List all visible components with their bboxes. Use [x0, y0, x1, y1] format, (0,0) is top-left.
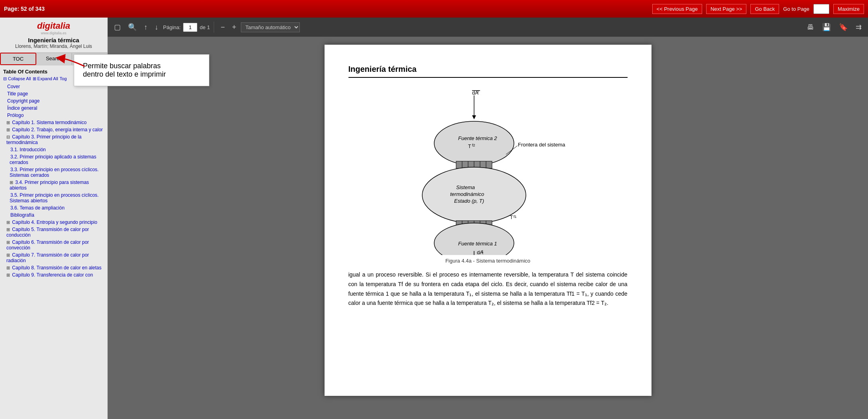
- toc-expand-icon: ⊟: [6, 134, 10, 139]
- toc-item[interactable]: Title page: [3, 90, 104, 97]
- toc-item[interactable]: 3.1. Introducción: [3, 146, 104, 153]
- download-icon-btn[interactable]: 💾: [820, 21, 833, 33]
- toc-link[interactable]: Title page: [7, 91, 28, 97]
- toc-item[interactable]: Bibliografía: [3, 211, 104, 219]
- svg-text:termodinámico: termodinámico: [450, 191, 484, 197]
- toc-item[interactable]: 3.3. Primer principio en procesos cíclic…: [3, 166, 104, 179]
- toc-section: Table Of Contents ⊟ Collapse All ⊞ Expan…: [0, 65, 107, 280]
- zoom-out-btn[interactable]: −: [218, 22, 227, 33]
- expand-all-btn[interactable]: ⊞ Expand All: [33, 76, 58, 81]
- scroll-up-btn[interactable]: ↑: [142, 22, 150, 33]
- toc-item[interactable]: ⊞ Capítulo 9. Transferencia de calor con: [3, 271, 104, 279]
- toc-link[interactable]: Índice general: [7, 105, 37, 111]
- svg-marker-4: [472, 115, 476, 119]
- tooltip-text: Permite buscar palabrasdentro del texto …: [83, 62, 166, 78]
- goto-label: Go to Page: [783, 6, 809, 12]
- next-page-button[interactable]: Next Page >>: [706, 4, 747, 14]
- toolbar-right-icons: 🖶 💾 🔖 ⇉: [805, 21, 864, 33]
- toc-link[interactable]: 3.6. Temas de ampliación: [10, 205, 65, 211]
- svg-text:1: 1: [482, 249, 484, 253]
- svg-text:Estado (p, T): Estado (p, T): [454, 198, 484, 204]
- toc-item[interactable]: ⊞ Capítulo 4. Entropía y segundo princip…: [3, 219, 104, 226]
- svg-text:T: T: [510, 215, 513, 220]
- content-area: Ingeniería térmica dA 2: [108, 37, 868, 419]
- toc-link[interactable]: Capítulo 3. Primer principio de la termo…: [6, 134, 81, 145]
- collapse-all-btn[interactable]: ⊟ Collapse All: [3, 76, 31, 81]
- toolbar: ▢ 🔍 ↑ ↓ Página: de 1 − + Tamaño automáti…: [108, 18, 868, 37]
- toc-item[interactable]: 3.2. Primer principio aplicado a sistema…: [3, 153, 104, 166]
- toc-link[interactable]: Capítulo 9. Transferencia de calor con: [12, 272, 93, 278]
- zoom-select[interactable]: Tamaño automático 50% 75% 100% 125% 150%: [241, 22, 300, 32]
- search-btn[interactable]: 🔍: [126, 21, 139, 33]
- goto-page-input[interactable]: [813, 4, 829, 14]
- maximize-button[interactable]: Maximize: [833, 4, 864, 14]
- svg-text:Sistema: Sistema: [456, 184, 475, 190]
- content-text: igual a un proceso reversible. Si el pro…: [348, 270, 628, 308]
- toc-item[interactable]: ⊞ 3.4. Primer principio para sistemas ab…: [3, 179, 104, 192]
- toc-expand-icon: ⊞: [6, 220, 10, 225]
- top-bar: Page: 52 of 343 << Previous Page Next Pa…: [0, 0, 868, 18]
- toc-link[interactable]: Capítulo 6. Transmisión de calor por con…: [6, 239, 89, 251]
- scroll-down-btn[interactable]: ↓: [152, 22, 161, 33]
- toc-link[interactable]: Prólogo: [7, 113, 24, 118]
- toc-expand-icon: ⊞: [6, 120, 10, 125]
- toc-item[interactable]: ⊞ Capítulo 2. Trabajo, energía interna y…: [3, 126, 104, 133]
- page-content: Ingeniería térmica dA 2: [325, 45, 651, 396]
- sidebar-header: digitalia www.digitalia.es Ingeniería té…: [0, 18, 107, 53]
- toc-item[interactable]: ⊞ Capítulo 8. Transmisión de calor en al…: [3, 264, 104, 271]
- toolbar-separator: [214, 22, 214, 33]
- toc-item[interactable]: ⊞ Capítulo 5. Transmisión de calor por c…: [3, 226, 104, 239]
- toc-expand-icon: ⊞: [10, 180, 13, 185]
- toc-link[interactable]: Bibliografía: [10, 212, 34, 218]
- book-title: Ingeniería térmica: [28, 37, 79, 43]
- toc-item[interactable]: Copyright page: [3, 97, 104, 105]
- toc-item[interactable]: ⊞ Capítulo 1. Sistema termodinámico: [3, 119, 104, 126]
- svg-text:f2: f2: [472, 143, 475, 147]
- svg-point-29: [434, 223, 514, 255]
- svg-text:T: T: [468, 144, 471, 149]
- toc-item[interactable]: Prólogo: [3, 112, 104, 119]
- toc-item[interactable]: ⊟ Capítulo 3. Primer principio de la ter…: [3, 133, 104, 146]
- toc-link[interactable]: Capítulo 5. Transmisión de calor por con…: [6, 227, 89, 238]
- svg-text:f1: f1: [514, 215, 517, 219]
- toc-link[interactable]: 3.4. Primer principio para sistemas abie…: [10, 180, 89, 191]
- bookmark-icon-btn[interactable]: 🔖: [837, 21, 850, 33]
- tab-toc[interactable]: TOC: [0, 53, 36, 65]
- toc-link[interactable]: Capítulo 8. Transmisión de calor en alet…: [12, 265, 101, 271]
- toc-link[interactable]: 3.2. Primer principio aplicado a sistema…: [10, 154, 96, 165]
- zoom-in-btn[interactable]: +: [230, 22, 239, 33]
- content-book-title: Ingeniería térmica: [348, 65, 628, 78]
- print-icon-btn[interactable]: 🖶: [805, 21, 817, 33]
- logo-text: digitalia: [37, 21, 70, 31]
- thumbnail-toggle-btn[interactable]: ▢: [112, 21, 123, 33]
- toc-item[interactable]: ⊞ Capítulo 6. Transmisión de calor por c…: [3, 239, 104, 251]
- toc-item[interactable]: 3.6. Temas de ampliación: [3, 204, 104, 211]
- toc-link[interactable]: Capítulo 4. Entropía y segundo principio: [12, 219, 97, 225]
- toc-expand-icon: ⊞: [6, 253, 10, 257]
- toc-item[interactable]: Índice general: [3, 105, 104, 112]
- toc-link[interactable]: Capítulo 2. Trabajo, energía interna y c…: [12, 127, 102, 132]
- toc-link[interactable]: 3.5. Primer principio en procesos cíclic…: [10, 192, 98, 204]
- toc-link[interactable]: Capítulo 1. Sistema termodinámico: [12, 120, 87, 125]
- svg-text:Fuente térmica 2: Fuente térmica 2: [458, 135, 497, 141]
- toc-link[interactable]: 3.1. Introducción: [10, 147, 46, 152]
- toc-item[interactable]: ⊞ Capítulo 7. Transmisión de calor por r…: [3, 251, 104, 264]
- logo-sub: www.digitalia.es: [37, 31, 70, 35]
- toc-link[interactable]: Capítulo 7. Transmisión de calor por rad…: [6, 252, 89, 263]
- fullscreen-icon-btn[interactable]: ⇉: [853, 21, 864, 33]
- toc-expand-icon: ⊞: [6, 227, 10, 232]
- pagina-label: Página:: [163, 24, 181, 30]
- thermo-diagram: dA 2 Fuente térmica 2 T f2 Frontera del …: [388, 87, 588, 255]
- diagram-caption: Figura 4.4a - Sistema termodinámico: [348, 258, 628, 264]
- toc-item[interactable]: 3.5. Primer principio en procesos cíclic…: [3, 192, 104, 204]
- toc-expand-icon: ⊞: [6, 127, 10, 132]
- svg-text:Fuente térmica 1: Fuente térmica 1: [458, 241, 497, 247]
- toc-link[interactable]: Cover: [7, 84, 20, 89]
- page-info: Page: 52 of 343: [4, 6, 45, 12]
- page-number-input[interactable]: [183, 23, 197, 32]
- go-back-button[interactable]: Go Back: [750, 4, 779, 14]
- prev-page-button[interactable]: << Previous Page: [652, 4, 702, 14]
- toc-link[interactable]: 3.3. Primer principio en procesos cíclic…: [10, 167, 98, 178]
- toc-link[interactable]: Copyright page: [7, 98, 39, 104]
- toc-list: Cover Title page Copyright page Índice g…: [3, 83, 104, 279]
